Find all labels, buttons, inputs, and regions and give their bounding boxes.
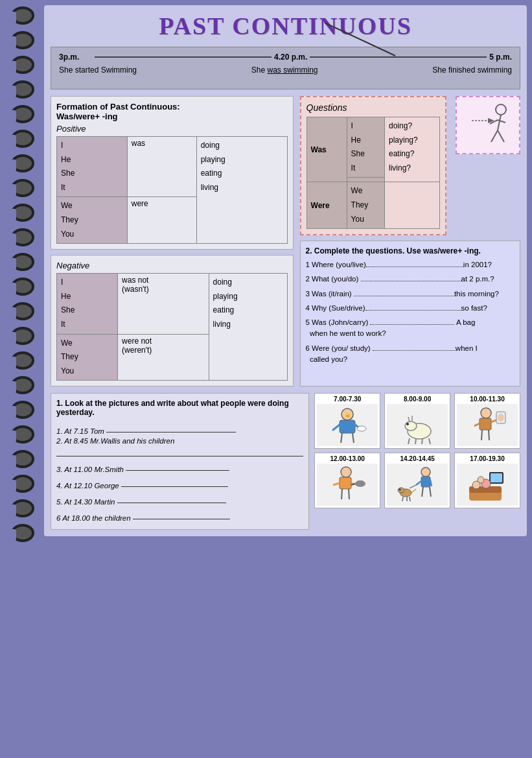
picture-2: 8.00-9.00 — [384, 393, 450, 449]
svg-line-46 — [422, 487, 423, 497]
negative-label: Negative — [56, 261, 288, 270]
svg-line-52 — [402, 497, 403, 501]
exercise1-line5: 5. At 14.30 Martin — [56, 492, 303, 506]
spiral-ring-12 — [11, 302, 34, 320]
svg-line-1 — [498, 115, 501, 130]
spiral-ring-3 — [11, 80, 34, 99]
svg-point-50 — [398, 488, 404, 493]
svg-point-17 — [405, 421, 417, 431]
spiral-ring-14 — [11, 351, 34, 370]
svg-point-25 — [481, 408, 491, 418]
spiral-ring-7 — [11, 179, 34, 197]
complete-q4: 4 Why (Sue/drive)so fast? — [306, 303, 515, 314]
picture-5: 14.20-14.45 — [384, 453, 450, 508]
svg-line-54 — [410, 497, 410, 501]
formation-title: Formation of Past Continuous: Was/were+ … — [56, 102, 288, 121]
complete-section: 2. Complete the questions. Use was/were+… — [300, 241, 520, 386]
exercise1-line6: 6 At 18.00 the children — [56, 508, 303, 522]
timeline-section: 3p.m. 4.20 p.m. 5 p.m. She started Swimm… — [51, 47, 520, 89]
main-content: PAST CONTINUOUS 3p.m. 4.20 p.m. 5 p.m. S… — [44, 5, 527, 536]
exercise1-title: 1. Look at the pictures and write about … — [56, 399, 303, 417]
svg-line-30 — [489, 430, 489, 440]
svg-point-22 — [406, 423, 409, 425]
exercise1-line3: 3. At 11.00 Mr.Smith — [56, 459, 303, 473]
picture-3: 10.00-11.30 — [454, 393, 520, 449]
timeline-start-label: 3p.m. — [59, 53, 95, 62]
positive-table: IHeSheIt was doingplayingeatingliving We… — [56, 136, 288, 244]
svg-line-21 — [429, 438, 430, 444]
picture-4: 12.00-13.00 — [314, 453, 380, 508]
picture-4-img — [317, 464, 378, 506]
timeline-text-start: She started Swimming — [59, 65, 137, 75]
svg-line-12 — [341, 433, 342, 443]
svg-rect-59 — [491, 473, 502, 482]
picture-row-2: 12.00-13.00 — [314, 453, 520, 508]
questions-title: Questions — [306, 102, 440, 113]
spiral-binding — [0, 0, 45, 758]
complete-title: 2. Complete the questions. Use was/were+… — [306, 246, 515, 255]
left-column: Formation of Past Continuous: Was/were+ … — [51, 96, 294, 386]
svg-rect-43 — [421, 477, 430, 487]
bottom-section: 1. Look at the pictures and write about … — [51, 393, 520, 530]
svg-point-32 — [498, 414, 504, 421]
questions-illustration — [456, 96, 520, 154]
positive-label: Positive — [56, 124, 288, 134]
svg-text:😊: 😊 — [345, 413, 351, 418]
svg-line-5 — [498, 130, 504, 142]
spiral-ring-10 — [11, 253, 34, 271]
picture-1: 7.00-7.30 😊 — [314, 393, 380, 449]
svg-line-48 — [410, 485, 416, 488]
spiral-ring-1 — [11, 31, 34, 49]
spiral-ring-17 — [11, 425, 34, 444]
spiral-ring-5 — [11, 130, 34, 148]
complete-q2: 2 What (you/do) at 2 p.m.? — [306, 274, 515, 285]
complete-q5: 5 Was (John/carry) A bag when he went to… — [306, 317, 515, 340]
svg-point-14 — [357, 426, 366, 431]
spiral-ring-20 — [11, 499, 34, 517]
exercise1-section: 1. Look at the pictures and write about … — [51, 393, 309, 530]
picture-3-img — [457, 404, 518, 446]
svg-point-51 — [399, 488, 400, 490]
svg-rect-26 — [480, 418, 491, 430]
timeline-text-mid: She was swimming — [251, 65, 318, 75]
svg-line-20 — [422, 438, 422, 444]
svg-line-29 — [481, 430, 482, 440]
timeline-text-end: She finished swimming — [432, 65, 512, 75]
svg-point-62 — [478, 477, 484, 483]
complete-q3: 3 Was (it/rain) this morning? — [306, 289, 515, 300]
middle-area: Formation of Past Continuous: Was/were+ … — [51, 96, 520, 386]
svg-rect-40 — [358, 480, 363, 484]
svg-point-0 — [496, 104, 506, 115]
picture-6-img — [457, 464, 518, 506]
svg-line-4 — [491, 130, 498, 142]
spiral-ring-9 — [11, 228, 34, 246]
spiral-ring-15 — [11, 376, 34, 394]
svg-rect-34 — [340, 477, 351, 489]
exercise1-line2: 2. At 8.45 Mr.Wallis and his children — [56, 437, 303, 445]
exercise1-line1: 1. At 7.15 Tom — [56, 421, 303, 435]
questions-section: Questions Was IHeSheIt doing?playing?eat… — [300, 96, 446, 235]
svg-line-18 — [408, 438, 410, 444]
svg-rect-9 — [340, 420, 355, 433]
svg-point-33 — [341, 467, 351, 477]
questions-row: Questions Was IHeSheIt doing?playing?eat… — [300, 96, 520, 235]
svg-point-42 — [421, 468, 430, 477]
svg-line-27 — [474, 423, 480, 426]
svg-line-19 — [415, 438, 416, 444]
pictures-section: 7.00-7.30 😊 — [314, 393, 520, 530]
svg-line-23 — [408, 417, 410, 421]
spiral-ring-19 — [11, 475, 34, 493]
spiral-ring-21 — [11, 524, 34, 542]
page-title: PAST CONTINUOUS — [51, 12, 520, 40]
formation-section: Formation of Past Continuous: Was/were+ … — [51, 96, 294, 250]
svg-line-35 — [333, 483, 340, 485]
questions-table: Was IHeSheIt doing?playing?eating?living… — [306, 117, 440, 229]
picture-2-img — [387, 404, 448, 446]
spiral-ring-2 — [11, 56, 34, 74]
svg-line-37 — [341, 489, 342, 499]
picture-row-1: 7.00-7.30 😊 — [314, 393, 520, 449]
right-column: Questions Was IHeSheIt doing?playing?eat… — [300, 96, 520, 386]
picture-1-img: 😊 — [317, 404, 378, 446]
negative-table: IHeSheIt was not (wasn't) doingplayingea… — [56, 273, 288, 381]
spiral-ring-11 — [11, 278, 34, 296]
